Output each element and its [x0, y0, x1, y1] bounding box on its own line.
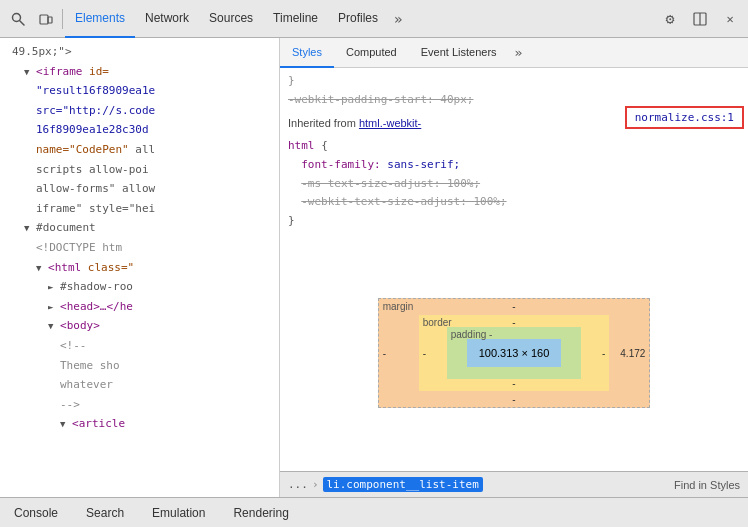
search-button[interactable]	[4, 5, 32, 33]
tree-line: -->	[0, 395, 279, 415]
tab-timeline[interactable]: Timeline	[263, 0, 328, 38]
webkit-text-size: -webkit-text-size-adjust: 100%;	[301, 195, 506, 208]
tree-line: 49.5px;">	[0, 42, 279, 62]
tree-line: name="CodePen" all	[0, 140, 279, 160]
footer-tabs: Console Search Emulation Rendering	[0, 497, 748, 527]
tab-profiles[interactable]: Profiles	[328, 0, 388, 38]
tree-line: src="http://s.code	[0, 101, 279, 121]
margin-bottom-val: -	[512, 394, 515, 405]
tree-line: iframe" style="hei	[0, 199, 279, 219]
main-content: 49.5px;"> ▼ <iframe id= "result16f8909ea…	[0, 38, 748, 497]
tab-network[interactable]: Network	[135, 0, 199, 38]
tree-line[interactable]: ▼ <article	[0, 414, 279, 434]
ms-text-size: -ms text-size-adjust: 100%;	[301, 177, 480, 190]
tree-line: whatever	[0, 375, 279, 395]
box-model-area: margin - 4.172 - - border - - - - pa	[280, 235, 748, 471]
styles-tabs: Styles Computed Event Listeners »	[280, 38, 748, 68]
breadcrumb-dots[interactable]: ...	[288, 478, 308, 491]
breadcrumb-selected[interactable]: li.component__list-item	[323, 477, 483, 492]
toolbar: Elements Network Sources Timeline Profil…	[0, 0, 748, 38]
tree-line[interactable]: ► <head>…</he	[0, 297, 279, 317]
styles-tab-styles[interactable]: Styles	[280, 38, 334, 68]
svg-line-1	[20, 20, 25, 25]
source-link-box[interactable]: normalize.css:1	[625, 106, 744, 129]
tree-line[interactable]: ▼ <html class="	[0, 258, 279, 278]
elements-panel: 49.5px;"> ▼ <iframe id= "result16f8909ea…	[0, 38, 280, 497]
margin-right-val: 4.172	[620, 347, 645, 358]
toolbar-right: ⚙ ✕	[656, 5, 744, 33]
padding-label: padding -	[451, 329, 493, 340]
footer-tab-emulation[interactable]: Emulation	[138, 498, 219, 528]
bottom-bar: ... › li.component__list-item Find in St…	[280, 471, 748, 497]
tabs-more-button[interactable]: »	[388, 0, 408, 38]
close-devtools-button[interactable]: ✕	[716, 5, 744, 33]
find-in-styles[interactable]: Find in Styles	[674, 479, 740, 491]
tree-line[interactable]: ► #shadow-roo	[0, 277, 279, 297]
dock-button[interactable]	[686, 5, 714, 33]
box-padding: padding - 100.313 × 160	[447, 327, 582, 379]
box-border: border - - - - padding - 100.313 × 160	[419, 315, 610, 391]
svg-rect-2	[40, 15, 48, 24]
tab-elements[interactable]: Elements	[65, 0, 135, 38]
styles-tabs-more[interactable]: »	[509, 45, 529, 60]
styles-tab-event-listeners[interactable]: Event Listeners	[409, 38, 509, 68]
box-content-size: 100.313 × 160	[467, 339, 562, 367]
toolbar-divider	[62, 9, 63, 29]
footer-tab-console[interactable]: Console	[0, 498, 72, 528]
tab-sources[interactable]: Sources	[199, 0, 263, 38]
css-block-html: html { font-family: sans-serif; -ms text…	[280, 133, 748, 234]
border-left-val: -	[423, 347, 426, 358]
border-bottom-val: -	[512, 378, 515, 389]
styles-panel: Styles Computed Event Listeners » } -web…	[280, 38, 748, 497]
tree-line: 16f8909ea1e28c30d	[0, 120, 279, 140]
tree-line: scripts allow-poi	[0, 160, 279, 180]
tree-line: Theme sho	[0, 356, 279, 376]
styles-content: } -webkit-padding-start: 40px; Inherited…	[280, 68, 748, 471]
device-toggle-button[interactable]	[32, 5, 60, 33]
elements-tree[interactable]: 49.5px;"> ▼ <iframe id= "result16f8909ea…	[0, 38, 279, 497]
webkit-padding-start: -webkit-padding-start: 40px;	[288, 93, 473, 106]
tree-line: "result16f8909ea1e	[0, 81, 279, 101]
margin-top-val: -	[512, 301, 515, 312]
tree-line: allow-forms" allow	[0, 179, 279, 199]
tree-line[interactable]: ▼ <iframe id=	[0, 62, 279, 82]
styles-tab-computed[interactable]: Computed	[334, 38, 409, 68]
box-margin: margin - 4.172 - - border - - - - pa	[378, 298, 651, 408]
customize-button[interactable]: ⚙	[656, 5, 684, 33]
tree-line[interactable]: ▼ #document	[0, 218, 279, 238]
margin-left-val: -	[383, 347, 386, 358]
footer-tab-search[interactable]: Search	[72, 498, 138, 528]
border-right-val: -	[602, 347, 605, 358]
tree-line: <!--	[0, 336, 279, 356]
tree-line[interactable]: ▼ <body>	[0, 316, 279, 336]
svg-rect-3	[48, 17, 52, 23]
box-model-diagram: margin - 4.172 - - border - - - - pa	[378, 298, 651, 408]
footer-tab-rendering[interactable]: Rendering	[219, 498, 302, 528]
inherited-link[interactable]: html.-webkit-	[359, 117, 421, 129]
tree-line: <!DOCTYPE htm	[0, 238, 279, 258]
margin-label: margin	[383, 301, 414, 312]
